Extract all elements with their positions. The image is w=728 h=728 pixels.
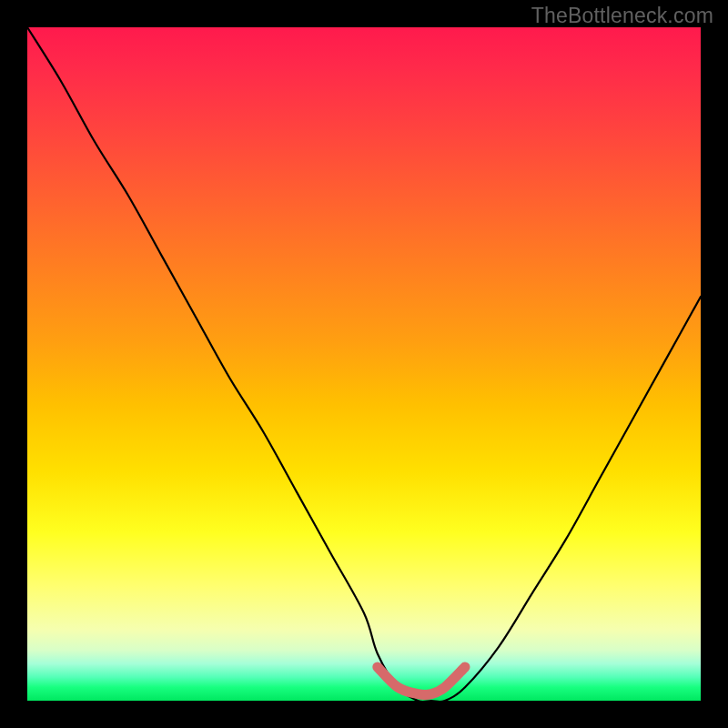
curve-layer bbox=[27, 27, 701, 701]
bottleneck-chart-root: TheBottleneck.com bbox=[0, 0, 728, 728]
watermark-label: TheBottleneck.com bbox=[531, 4, 713, 28]
plot-area bbox=[27, 27, 701, 701]
optimal-band-line bbox=[378, 667, 465, 695]
bottleneck-curve-line bbox=[27, 27, 701, 701]
